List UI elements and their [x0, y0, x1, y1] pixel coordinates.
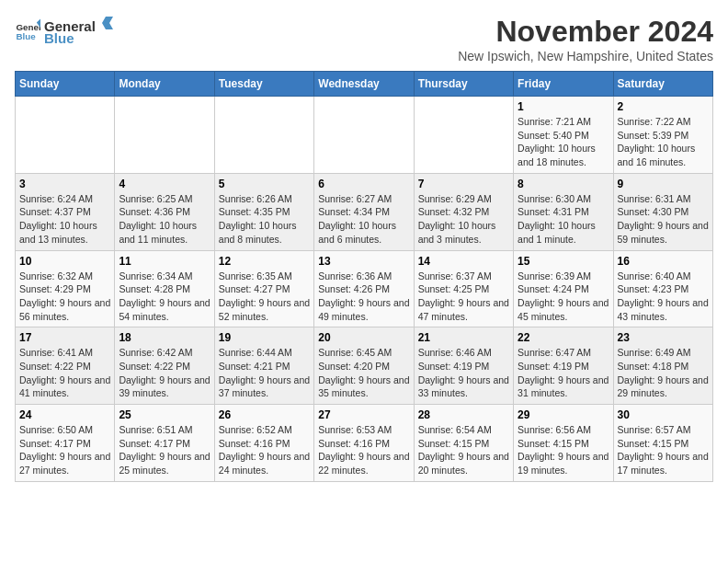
svg-marker-3: [102, 17, 113, 29]
day-info: Sunrise: 6:51 AMSunset: 4:17 PMDaylight:…: [119, 423, 210, 477]
day-number: 16: [618, 255, 709, 268]
calendar-cell: 9Sunrise: 6:31 AMSunset: 4:30 PMDaylight…: [613, 173, 712, 250]
day-number: 17: [19, 331, 110, 344]
calendar-header-tuesday: Tuesday: [214, 72, 313, 97]
day-number: 9: [618, 178, 709, 190]
day-number: 30: [618, 408, 709, 421]
day-info: Sunrise: 6:32 AMSunset: 4:29 PMDaylight:…: [19, 270, 110, 324]
calendar-header-row: SundayMondayTuesdayWednesdayThursdayFrid…: [16, 72, 713, 97]
calendar-cell: 22Sunrise: 6:47 AMSunset: 4:19 PMDayligh…: [514, 327, 613, 405]
calendar-cell: 20Sunrise: 6:45 AMSunset: 4:20 PMDayligh…: [314, 327, 414, 405]
calendar-cell: 29Sunrise: 6:56 AMSunset: 4:15 PMDayligh…: [514, 405, 613, 482]
day-info: Sunrise: 6:24 AMSunset: 4:37 PMDaylight:…: [19, 192, 110, 247]
calendar-header-saturday: Saturday: [613, 72, 712, 97]
logo-flag-icon: [97, 15, 113, 31]
calendar-cell: [16, 97, 115, 174]
day-info: Sunrise: 6:57 AMSunset: 4:15 PMDaylight:…: [618, 423, 709, 477]
day-info: Sunrise: 6:25 AMSunset: 4:36 PMDaylight:…: [119, 192, 210, 247]
day-number: 13: [318, 255, 409, 268]
day-info: Sunrise: 6:39 AMSunset: 4:24 PMDaylight:…: [518, 270, 609, 324]
day-info: Sunrise: 6:30 AMSunset: 4:31 PMDaylight:…: [518, 192, 609, 247]
calendar-cell: 8Sunrise: 6:30 AMSunset: 4:31 PMDaylight…: [514, 173, 613, 250]
day-info: Sunrise: 6:44 AMSunset: 4:21 PMDaylight:…: [219, 346, 310, 400]
day-number: 22: [518, 331, 609, 344]
calendar-header-sunday: Sunday: [16, 72, 115, 97]
day-info: Sunrise: 6:54 AMSunset: 4:15 PMDaylight:…: [418, 423, 509, 477]
calendar-cell: 28Sunrise: 6:54 AMSunset: 4:15 PMDayligh…: [414, 405, 513, 482]
calendar-cell: 15Sunrise: 6:39 AMSunset: 4:24 PMDayligh…: [514, 250, 613, 327]
calendar-cell: 13Sunrise: 6:36 AMSunset: 4:26 PMDayligh…: [314, 250, 414, 327]
day-number: 14: [418, 255, 509, 268]
calendar-cell: 2Sunrise: 7:22 AMSunset: 5:39 PMDaylight…: [613, 97, 712, 174]
day-number: 1: [518, 100, 609, 113]
day-number: 4: [119, 178, 210, 190]
calendar-cell: 10Sunrise: 6:32 AMSunset: 4:29 PMDayligh…: [16, 250, 115, 327]
day-info: Sunrise: 6:53 AMSunset: 4:16 PMDaylight:…: [318, 423, 409, 477]
day-info: Sunrise: 6:27 AMSunset: 4:34 PMDaylight:…: [318, 192, 409, 247]
calendar-week-row: 3Sunrise: 6:24 AMSunset: 4:37 PMDaylight…: [16, 173, 713, 250]
calendar-week-row: 24Sunrise: 6:50 AMSunset: 4:17 PMDayligh…: [16, 405, 713, 482]
day-info: Sunrise: 6:36 AMSunset: 4:26 PMDaylight:…: [318, 270, 409, 324]
calendar-cell: 26Sunrise: 6:52 AMSunset: 4:16 PMDayligh…: [214, 405, 313, 482]
day-number: 29: [518, 408, 609, 421]
calendar-cell: 30Sunrise: 6:57 AMSunset: 4:15 PMDayligh…: [613, 405, 712, 482]
day-info: Sunrise: 6:31 AMSunset: 4:30 PMDaylight:…: [618, 192, 709, 247]
calendar-cell: 27Sunrise: 6:53 AMSunset: 4:16 PMDayligh…: [314, 405, 414, 482]
day-number: 18: [119, 331, 210, 344]
day-info: Sunrise: 6:34 AMSunset: 4:28 PMDaylight:…: [119, 270, 210, 324]
day-number: 28: [418, 408, 509, 421]
day-number: 20: [318, 331, 409, 344]
day-number: 23: [618, 331, 709, 344]
calendar-cell: 19Sunrise: 6:44 AMSunset: 4:21 PMDayligh…: [214, 327, 313, 405]
calendar-cell: 6Sunrise: 6:27 AMSunset: 4:34 PMDaylight…: [314, 173, 414, 250]
day-info: Sunrise: 6:49 AMSunset: 4:18 PMDaylight:…: [618, 346, 709, 400]
title-area: November 2024 New Ipswich, New Hampshire…: [458, 15, 713, 63]
calendar-cell: [414, 97, 513, 174]
day-number: 6: [318, 178, 409, 190]
day-number: 10: [19, 255, 110, 268]
calendar-cell: 4Sunrise: 6:25 AMSunset: 4:36 PMDaylight…: [115, 173, 214, 250]
calendar-cell: 25Sunrise: 6:51 AMSunset: 4:17 PMDayligh…: [115, 405, 214, 482]
day-info: Sunrise: 6:52 AMSunset: 4:16 PMDaylight:…: [219, 423, 310, 477]
calendar-cell: 14Sunrise: 6:37 AMSunset: 4:25 PMDayligh…: [414, 250, 513, 327]
day-info: Sunrise: 6:42 AMSunset: 4:22 PMDaylight:…: [119, 346, 210, 400]
calendar-cell: 12Sunrise: 6:35 AMSunset: 4:27 PMDayligh…: [214, 250, 313, 327]
day-info: Sunrise: 6:26 AMSunset: 4:35 PMDaylight:…: [219, 192, 310, 247]
day-info: Sunrise: 6:50 AMSunset: 4:17 PMDaylight:…: [19, 423, 110, 477]
calendar-table: SundayMondayTuesdayWednesdayThursdayFrid…: [15, 71, 713, 482]
day-info: Sunrise: 6:46 AMSunset: 4:19 PMDaylight:…: [418, 346, 509, 400]
page-title: November 2024: [458, 15, 713, 49]
calendar-cell: 11Sunrise: 6:34 AMSunset: 4:28 PMDayligh…: [115, 250, 214, 327]
day-info: Sunrise: 6:29 AMSunset: 4:32 PMDaylight:…: [418, 192, 509, 247]
calendar-week-row: 10Sunrise: 6:32 AMSunset: 4:29 PMDayligh…: [16, 250, 713, 327]
day-number: 11: [119, 255, 210, 268]
calendar-cell: 7Sunrise: 6:29 AMSunset: 4:32 PMDaylight…: [414, 173, 513, 250]
calendar-cell: 24Sunrise: 6:50 AMSunset: 4:17 PMDayligh…: [16, 405, 115, 482]
calendar-header-thursday: Thursday: [414, 72, 513, 97]
calendar-cell: 21Sunrise: 6:46 AMSunset: 4:19 PMDayligh…: [414, 327, 513, 405]
calendar-cell: 1Sunrise: 7:21 AMSunset: 5:40 PMDaylight…: [514, 97, 613, 174]
day-info: Sunrise: 7:21 AMSunset: 5:40 PMDaylight:…: [518, 115, 609, 169]
calendar-cell: [314, 97, 414, 174]
calendar-header-wednesday: Wednesday: [314, 72, 414, 97]
day-number: 21: [418, 331, 509, 344]
day-info: Sunrise: 7:22 AMSunset: 5:39 PMDaylight:…: [618, 115, 709, 169]
day-info: Sunrise: 6:47 AMSunset: 4:19 PMDaylight:…: [518, 346, 609, 400]
calendar-cell: 23Sunrise: 6:49 AMSunset: 4:18 PMDayligh…: [613, 327, 712, 405]
calendar-cell: 16Sunrise: 6:40 AMSunset: 4:23 PMDayligh…: [613, 250, 712, 327]
day-info: Sunrise: 6:35 AMSunset: 4:27 PMDaylight:…: [219, 270, 310, 324]
day-number: 7: [418, 178, 509, 190]
calendar-cell: [115, 97, 214, 174]
day-info: Sunrise: 6:40 AMSunset: 4:23 PMDaylight:…: [618, 270, 709, 324]
day-number: 12: [219, 255, 310, 268]
day-info: Sunrise: 6:56 AMSunset: 4:15 PMDaylight:…: [518, 423, 609, 477]
day-number: 24: [19, 408, 110, 421]
calendar-cell: 3Sunrise: 6:24 AMSunset: 4:37 PMDaylight…: [16, 173, 115, 250]
day-info: Sunrise: 6:37 AMSunset: 4:25 PMDaylight:…: [418, 270, 509, 324]
calendar-header-friday: Friday: [514, 72, 613, 97]
day-number: 15: [518, 255, 609, 268]
calendar-week-row: 17Sunrise: 6:41 AMSunset: 4:22 PMDayligh…: [16, 327, 713, 405]
calendar-cell: 17Sunrise: 6:41 AMSunset: 4:22 PMDayligh…: [16, 327, 115, 405]
day-info: Sunrise: 6:41 AMSunset: 4:22 PMDaylight:…: [19, 346, 110, 400]
day-number: 26: [219, 408, 310, 421]
